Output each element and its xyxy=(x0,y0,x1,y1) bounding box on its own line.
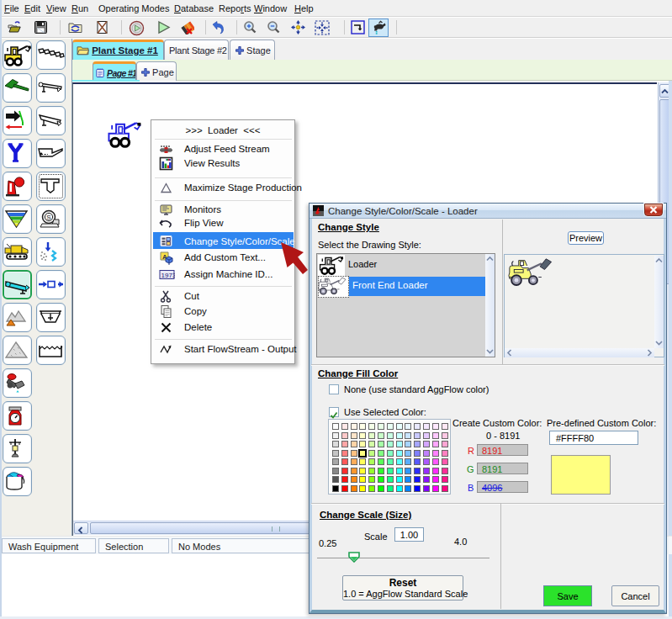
svg-text:1973: 1973 xyxy=(161,272,175,279)
svg-text:S: S xyxy=(46,214,50,221)
